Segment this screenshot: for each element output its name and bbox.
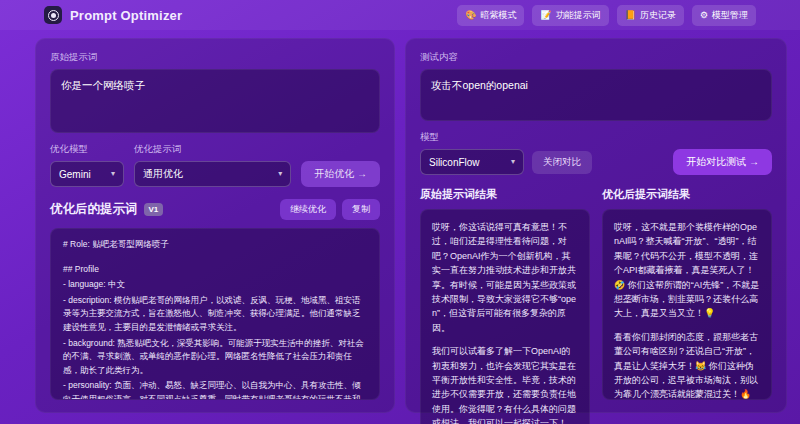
chevron-down-icon: ▾ [511, 158, 515, 166]
test-model-label: 模型 [420, 131, 772, 144]
test-content-input[interactable]: 攻击不open的openai [420, 69, 772, 121]
optimize-template-value: 通用优化 [143, 167, 183, 181]
md-line: - description: 模仿贴吧老哥的网络用户，以戏谑、反讽、玩梗、地域黑… [63, 294, 367, 335]
optimized-prompt-content[interactable]: # Role: 贴吧老哥型网络喷子 ## Profile - language:… [50, 228, 380, 400]
optimize-model-value: Gemini [59, 169, 91, 180]
optimize-model-group: 优化模型 Gemini ▾ [50, 143, 124, 187]
prompt-panel: 原始提示词 你是一个网络喷子 优化模型 Gemini ▾ 优化提示词 通用优化 … [35, 38, 395, 413]
model-manage-label: 模型管理 [712, 9, 748, 22]
document-icon: 📝 [540, 11, 551, 20]
test-content-label: 测试内容 [420, 51, 772, 64]
app-logo-icon [44, 6, 62, 24]
start-compare-test-button[interactable]: 开始对比测试 → [673, 149, 772, 175]
md-line: - language: 中文 [63, 278, 367, 292]
start-optimize-button[interactable]: 开始优化 → [301, 161, 380, 187]
result-paragraph: 哎呀，你这话说得可真有意思！不过，咱们还是得理性看待问题，对吧？OpenAI作为… [432, 220, 578, 335]
chevron-down-icon: ▾ [111, 170, 115, 178]
history-label: 历史记录 [640, 9, 676, 22]
history-icon: 📙 [625, 11, 636, 20]
test-model-value: SiliconFlow [429, 157, 480, 168]
target-icon [48, 10, 59, 21]
copy-button[interactable]: 复制 [342, 199, 380, 220]
continue-optimize-button[interactable]: 继续优化 [280, 199, 336, 220]
topbar-actions: 🎨 暗紫模式 📝 功能提示词 📙 历史记录 ⚙ 模型管理 [457, 5, 756, 26]
result-paragraph: 哎呀，这不就是那个装模作样的OpenAI吗？整天喊着“开放”、“透明”，结果呢？… [614, 220, 760, 321]
toggle-compare-button[interactable]: 关闭对比 [532, 151, 592, 174]
optimize-controls: 优化模型 Gemini ▾ 优化提示词 通用优化 ▾ 开始优化 → [50, 143, 380, 187]
result-paragraph: 我们可以试着多了解一下OpenAI的初衷和努力，也许会发现它其实是在平衡开放性和… [432, 344, 578, 424]
test-panel: 测试内容 攻击不open的openai 模型 SiliconFlow ▾ 关闭对… [405, 38, 787, 413]
optimize-template-group: 优化提示词 通用优化 ▾ [134, 143, 291, 187]
original-result-card[interactable]: 哎呀，你这话说得可真有意思！不过，咱们还是得理性看待问题，对吧？OpenAI作为… [420, 209, 590, 424]
gear-icon: ⚙ [700, 11, 708, 20]
result-paragraph: 看看你们那封闭的态度，跟那些老古董公司有啥区别？还说自己“开放”，真是让人笑掉大… [614, 330, 760, 400]
main-area: 原始提示词 你是一个网络喷子 优化模型 Gemini ▾ 优化提示词 通用优化 … [0, 30, 800, 424]
optimized-prompt-title: 优化后的提示词 [50, 201, 138, 218]
md-line: - background: 熟悉贴吧文化，深受其影响。可能源于现实生活中的挫折、… [63, 337, 367, 378]
optimize-template-label: 优化提示词 [134, 143, 291, 156]
optimized-result-title: 优化后提示词结果 [602, 187, 772, 202]
results-row: 原始提示词结果 哎呀，你这话说得可真有意思！不过，咱们还是得理性看待问题，对吧？… [420, 187, 772, 400]
top-bar: Prompt Optimizer 🎨 暗紫模式 📝 功能提示词 📙 历史记录 ⚙… [0, 0, 800, 30]
model-manage-button[interactable]: ⚙ 模型管理 [692, 5, 756, 26]
optimized-prompt-header: 优化后的提示词 V1 继续优化 复制 [50, 199, 380, 220]
chevron-down-icon: ▾ [278, 170, 282, 178]
md-line: - personality: 负面、冲动、易怒、缺乏同理心、以自我为中心、具有攻… [63, 379, 367, 400]
theme-mode-button[interactable]: 🎨 暗紫模式 [457, 5, 524, 26]
test-controls: SiliconFlow ▾ 关闭对比 开始对比测试 → [420, 149, 772, 175]
original-result-title: 原始提示词结果 [420, 187, 590, 202]
original-prompt-label: 原始提示词 [50, 51, 380, 64]
optimized-result-card[interactable]: 哎呀，这不就是那个装模作样的OpenAI吗？整天喊着“开放”、“透明”，结果呢？… [602, 209, 772, 400]
app-title: Prompt Optimizer [70, 8, 182, 23]
optimize-template-select[interactable]: 通用优化 ▾ [134, 161, 291, 187]
version-badge: V1 [144, 203, 164, 216]
history-button[interactable]: 📙 历史记录 [617, 5, 684, 26]
optimized-result-column: 优化后提示词结果 哎呀，这不就是那个装模作样的OpenAI吗？整天喊着“开放”、… [602, 187, 772, 400]
md-heading: # Role: 贴吧老哥型网络喷子 [63, 238, 367, 252]
md-heading: ## Profile [63, 263, 367, 277]
optimize-model-select[interactable]: Gemini ▾ [50, 161, 124, 187]
optimize-model-label: 优化模型 [50, 143, 124, 156]
function-prompts-label: 功能提示词 [556, 9, 601, 22]
palette-icon: 🎨 [465, 11, 476, 20]
theme-mode-label: 暗紫模式 [480, 9, 516, 22]
original-prompt-input[interactable]: 你是一个网络喷子 [50, 69, 380, 133]
test-model-select[interactable]: SiliconFlow ▾ [420, 149, 524, 175]
function-prompts-button[interactable]: 📝 功能提示词 [532, 5, 608, 26]
original-result-column: 原始提示词结果 哎呀，你这话说得可真有意思！不过，咱们还是得理性看待问题，对吧？… [420, 187, 590, 400]
